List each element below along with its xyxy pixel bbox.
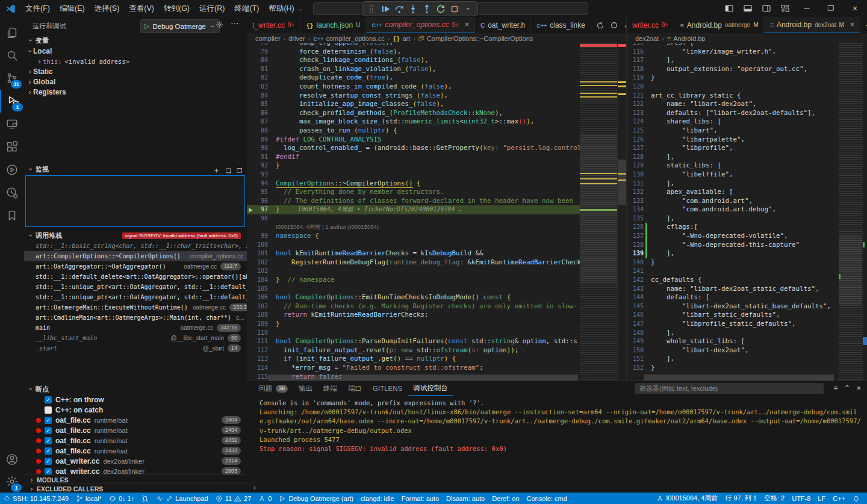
status-pull-request[interactable] — [138, 493, 152, 504]
line-number[interactable]: 86 — [247, 109, 276, 118]
code-line-136[interactable]: 136 cflags:[ — [627, 223, 839, 232]
line-number[interactable]: 127 — [627, 144, 651, 153]
horizontal-scrollbar[interactable] — [644, 375, 834, 381]
line-number[interactable]: 112 — [247, 346, 276, 355]
code-line-124[interactable]: 124 shared_libs: [ — [627, 117, 839, 126]
debug-config-dropdown[interactable]: ▷ Debug Oatmerge › — [140, 19, 220, 33]
code-line-125[interactable]: 125 "libart", — [627, 126, 839, 135]
status-eol[interactable]: LF — [814, 493, 829, 504]
activity-item-extensions[interactable] — [0, 135, 23, 158]
code-line-93[interactable]: 93 — [247, 170, 580, 179]
line-number[interactable]: 123 — [627, 109, 651, 118]
code-line-119[interactable]: 119} — [627, 73, 839, 82]
breakpoint-row-6[interactable]: ✓oat_writer.ccdex2oat/linker2314 — [24, 456, 247, 466]
breadcrumb-item-4[interactable]: CompilerOptions::~CompilerOptions — [418, 35, 533, 42]
panel-tab-4[interactable]: GITLENS — [367, 381, 408, 396]
line-number[interactable]: 151 — [627, 355, 651, 364]
code-line-90[interactable]: 90 log_control_enabled_ = (android::base… — [247, 144, 580, 153]
restore-icon[interactable]: ❐ — [819, 4, 843, 13]
code-line-107[interactable]: 107 // Run-time checks (e.g. Marking Reg… — [247, 302, 580, 311]
minimap[interactable] — [580, 43, 618, 381]
panel-tab-0[interactable]: 问题38 — [253, 381, 293, 396]
activity-item-settings[interactable]: 1 — [0, 470, 23, 493]
status-notifications[interactable] — [849, 493, 863, 504]
code-line-113[interactable]: 113 if (init_failure_output_.get() == nu… — [247, 355, 580, 364]
menu-item-5[interactable]: 运行(R) — [194, 0, 229, 17]
code-line-101[interactable]: 101bool kEmitRuntimeReadBarrierChecks = … — [247, 249, 580, 258]
tab-launch-json[interactable]: {}launch.jsonU — [300, 17, 366, 33]
line-number[interactable]: 124 — [627, 117, 651, 126]
debug-console-input[interactable]: › — [247, 482, 867, 493]
code-line-108[interactable]: 108 return kEmitRuntimeReadBarrierChecks… — [247, 311, 580, 320]
breakpoint-checkbox[interactable] — [45, 406, 52, 414]
panel-tab-5[interactable]: 调试控制台 — [408, 381, 453, 396]
tab-writer-cc[interactable]: writer.cc9+ — [627, 17, 674, 33]
status-remote-host[interactable]: SSH: 10.145.7.249 — [0, 493, 72, 504]
line-number[interactable]: 89 — [247, 135, 276, 145]
line-number[interactable]: 96 — [247, 197, 276, 206]
console-filter-input[interactable] — [635, 383, 824, 394]
line-number[interactable]: 134 — [627, 205, 651, 214]
line-number[interactable]: 143 — [627, 285, 651, 294]
breakpoint-row-3[interactable]: ✓oat_file.ccruntime/oat2404 — [24, 425, 247, 435]
tab-class_linke[interactable]: C++class_linke — [531, 17, 591, 33]
code-line-147[interactable]: 147 "libprofile_static_defaults", — [627, 320, 839, 329]
code-line-123[interactable]: 123 defaults: ["libart-dex2oat-defaults"… — [627, 109, 839, 118]
breakpoint-checkbox[interactable]: ✓ — [45, 447, 52, 455]
step-over-icon[interactable] — [393, 3, 405, 15]
line-number[interactable]: 116 — [627, 48, 651, 57]
horizontal-scrollbar[interactable] — [268, 375, 578, 381]
continue-icon[interactable] — [379, 3, 391, 15]
line-number[interactable]: 145 — [627, 302, 651, 311]
line-number[interactable]: 85 — [247, 100, 276, 109]
line-number[interactable]: 150 — [627, 346, 651, 355]
code-line-95[interactable]: 95 // Everything done by member destruct… — [247, 188, 580, 197]
code-line-133[interactable]: 133 "com.android.art", — [627, 197, 839, 206]
line-number[interactable]: 147 — [627, 320, 651, 329]
modules-section-header[interactable]: › MODULES — [24, 474, 247, 484]
activity-item-remote-explorer[interactable] — [0, 113, 23, 135]
line-number[interactable]: 78 — [247, 43, 276, 48]
line-number[interactable]: 137 — [627, 232, 651, 241]
stack-frame-7[interactable]: art::CmdlineMain<art::OatmergeArgs>::Mai… — [24, 313, 247, 323]
code-line-85[interactable]: 85 initialize_app_image_classes_(false), — [247, 100, 580, 109]
step-out-icon[interactable] — [421, 3, 433, 15]
variable-row-0[interactable]: ›Local — [24, 46, 247, 56]
line-number[interactable]: 88 — [247, 126, 276, 135]
code-line-134[interactable]: 134 "com.android.art.debug", — [627, 205, 839, 214]
status-disasm-mode[interactable]: Disasm: auto — [443, 493, 488, 504]
code-line-82[interactable]: 82 deduplicate_code_(true), — [247, 73, 580, 82]
code-line-148[interactable]: 148 ], — [627, 329, 839, 338]
variable-row-3[interactable]: ›Global — [24, 76, 247, 87]
code-line-128[interactable]: 128 ], — [627, 153, 839, 162]
line-number[interactable]: 118 — [627, 65, 651, 74]
code-line-89[interactable]: 89#ifdef LOG_CONTROL_ANALYSIS — [247, 135, 580, 145]
code-line-144[interactable]: 144 defaults: [ — [627, 293, 839, 302]
toggle-panel-icon[interactable] — [743, 4, 753, 13]
menu-item-2[interactable]: 选择(S) — [90, 0, 125, 17]
line-number[interactable]: 136 — [627, 223, 651, 232]
code-line-80[interactable]: 80 check_linkage_conditions_(false), — [247, 56, 580, 65]
status-deref-mode[interactable]: Deref: on — [488, 493, 523, 504]
watch-list[interactable] — [25, 175, 245, 227]
breakpoints-header[interactable]: › 断点 — [24, 384, 247, 394]
status-debug-status[interactable]: Debug Oatmerge (art) — [275, 493, 357, 504]
code-editor-compiler-options[interactable]: 78 dump_cfg_append_(false),79 force_dete… — [247, 43, 626, 381]
code-line-145[interactable]: 145 "libart-dex2oat_static_base_defaults… — [627, 302, 839, 311]
line-number[interactable]: 107 — [247, 302, 276, 311]
code-line-105[interactable]: 105 — [247, 285, 580, 294]
collapse-all-icon[interactable]: ❏ — [226, 167, 231, 174]
stack-frame-6[interactable]: art::OatmergeMain::ExecuteWithoutRuntime… — [24, 302, 247, 313]
code-line-111[interactable]: 111bool CompilerOptions::ParseDumpInitFa… — [247, 337, 580, 346]
stack-frame-0[interactable]: std::__1::basic_string<char, std::__1::c… — [24, 241, 247, 251]
step-into-icon[interactable] — [407, 3, 419, 15]
breakpoint-row-0[interactable]: ✓C++: on throw — [24, 394, 247, 405]
line-number[interactable]: 125 — [627, 126, 651, 135]
line-number[interactable]: 121 — [627, 92, 651, 101]
status-format-mode[interactable]: Format: auto — [398, 493, 443, 504]
code-line-81[interactable]: 81 crash_on_linkage_violation_(false), — [247, 65, 580, 74]
code-line-114[interactable]: 114 *error_msg = "Failed to construct st… — [247, 364, 580, 373]
code-line-126[interactable]: 126 "libartpalette", — [627, 135, 839, 145]
breakpoint-checkbox[interactable]: ✓ — [45, 468, 52, 475]
status-language-mode[interactable]: C++ — [829, 493, 849, 504]
